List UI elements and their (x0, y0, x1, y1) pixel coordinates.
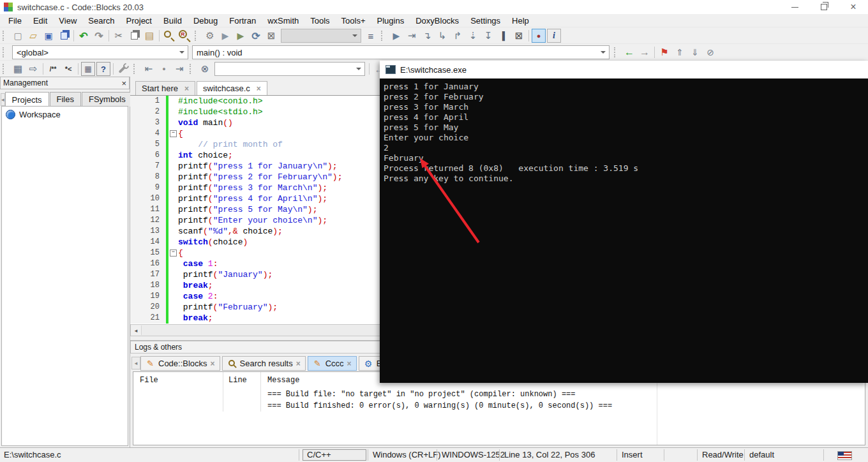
menu-file[interactable]: File (3, 15, 27, 27)
keyboard-layout-flag-icon[interactable] (837, 451, 852, 460)
debug-continue-icon[interactable] (389, 29, 403, 43)
minimize-icon[interactable] (780, 0, 809, 14)
menu-help[interactable]: Help (506, 15, 535, 27)
tab-projects[interactable]: Projects (5, 92, 49, 107)
prev-bookmark-icon[interactable] (673, 45, 687, 59)
debug-info-icon[interactable] (547, 29, 561, 43)
search-next-icon[interactable] (172, 62, 186, 76)
console-line: 2 (384, 143, 868, 153)
close-icon[interactable]: × (296, 359, 301, 368)
tab-fsymbols[interactable]: FSymbols (82, 92, 133, 107)
menu-plugins[interactable]: Plugins (371, 15, 410, 27)
build-icon[interactable] (203, 29, 217, 43)
tab-scroll-left-icon[interactable]: ◂ (131, 357, 140, 369)
fold-collapse-icon[interactable]: − (170, 250, 177, 257)
cut-icon[interactable] (112, 29, 126, 43)
tab-codeblocks-log[interactable]: Code::Blocks× (140, 356, 220, 371)
back-icon[interactable] (622, 45, 636, 59)
close-icon[interactable]: × (121, 78, 126, 88)
next-bookmark-icon[interactable] (688, 45, 702, 59)
tab-start-here[interactable]: Start here× (135, 81, 195, 95)
clear-bookmarks-icon[interactable] (703, 45, 717, 59)
doxy-settings-icon[interactable] (116, 62, 130, 76)
line-comment-icon[interactable] (61, 62, 75, 76)
menu-doxyblocks[interactable]: DoxyBlocks (410, 15, 465, 27)
save-icon[interactable] (41, 29, 56, 43)
scroll-left-icon[interactable]: ◂ (131, 325, 142, 335)
menu-view[interactable]: View (53, 15, 82, 27)
stop-debugger-icon[interactable] (512, 29, 526, 43)
toggle-bookmark-icon[interactable] (657, 45, 671, 59)
close-icon[interactable]: × (184, 84, 189, 93)
next-line-icon[interactable] (420, 29, 434, 43)
paste-icon[interactable] (142, 29, 156, 43)
close-icon[interactable]: × (257, 84, 261, 93)
close-icon[interactable]: × (839, 0, 868, 14)
tab-files[interactable]: Files (50, 92, 81, 107)
workspace-item[interactable]: Workspace (2, 107, 128, 123)
search-prev-icon[interactable] (142, 62, 156, 76)
rebuild-icon[interactable] (249, 29, 263, 43)
copy-icon[interactable] (127, 29, 141, 43)
console-window[interactable]: E:\switchcase.exe press 1 for Januarypre… (380, 61, 868, 383)
new-file-icon[interactable] (11, 29, 25, 43)
col-line: Line (223, 372, 261, 389)
build-target-select[interactable] (281, 29, 361, 43)
run-to-cursor-icon[interactable] (405, 29, 419, 43)
toolbar-gripper[interactable] (190, 64, 195, 74)
toolbar-gripper[interactable] (3, 47, 8, 57)
menu-settings[interactable]: Settings (465, 15, 506, 27)
compile-log-icon[interactable] (364, 29, 378, 43)
restore-icon[interactable] (809, 0, 839, 14)
menu-tools[interactable]: Tools (304, 15, 335, 27)
menu-wxsmith[interactable]: wxSmith (262, 15, 304, 27)
build-and-run-icon[interactable] (234, 29, 248, 43)
scope-select[interactable]: <global> (12, 45, 188, 59)
menu-fortran[interactable]: Fortran (223, 15, 262, 27)
menu-edit[interactable]: Edit (27, 15, 53, 27)
toolbar-gripper[interactable] (3, 31, 8, 41)
menu-project[interactable]: Project (121, 15, 158, 27)
step-into-instruction-icon[interactable] (481, 29, 495, 43)
console-title-bar[interactable]: E:\switchcase.exe (380, 61, 868, 78)
fold-collapse-icon[interactable]: − (170, 130, 177, 137)
save-all-icon[interactable] (57, 29, 71, 43)
toolbar-gripper[interactable] (3, 64, 8, 74)
pause-icon[interactable] (497, 29, 511, 43)
line-number: 13 (130, 226, 166, 237)
step-out-icon[interactable] (451, 29, 465, 43)
next-instruction-icon[interactable] (466, 29, 480, 43)
step-into-icon[interactable] (435, 29, 449, 43)
tab-cccc[interactable]: Cccc× (308, 356, 357, 371)
toolbar-gripper[interactable] (133, 64, 139, 74)
extract-current-icon[interactable] (26, 62, 40, 76)
forward-icon[interactable] (638, 45, 652, 59)
undo-icon[interactable] (77, 29, 91, 43)
search-origin-icon[interactable] (157, 62, 171, 76)
replace-icon[interactable] (177, 29, 191, 43)
doxy-help-icon[interactable] (96, 62, 110, 76)
toolbar-gripper[interactable] (195, 31, 200, 41)
symbol-select[interactable]: main() : void (192, 45, 610, 59)
menu-build[interactable]: Build (158, 15, 188, 27)
debugging-windows-icon[interactable] (532, 29, 546, 43)
search-input[interactable] (214, 62, 365, 76)
close-icon[interactable]: × (211, 359, 215, 368)
open-icon[interactable] (26, 29, 40, 43)
redo-icon[interactable] (92, 29, 106, 43)
abort-build-icon[interactable] (264, 29, 278, 43)
block-comment-icon[interactable] (46, 62, 60, 76)
menu-tools-[interactable]: Tools+ (336, 15, 371, 27)
menu-search[interactable]: Search (82, 15, 120, 27)
clear-search-icon[interactable] (198, 62, 212, 76)
toolbar-gripper[interactable] (381, 31, 387, 41)
close-icon[interactable]: × (347, 359, 352, 368)
find-icon[interactable] (162, 29, 176, 43)
run-icon[interactable] (218, 29, 232, 43)
view-docs-icon[interactable] (81, 62, 95, 76)
tab-search-results[interactable]: Search results× (222, 356, 306, 371)
toolbar-gripper[interactable] (614, 47, 620, 57)
extract-docs-icon[interactable] (11, 62, 25, 76)
tab-switchcase-c[interactable]: switchcase.c× (197, 81, 267, 95)
menu-debug[interactable]: Debug (188, 15, 223, 27)
